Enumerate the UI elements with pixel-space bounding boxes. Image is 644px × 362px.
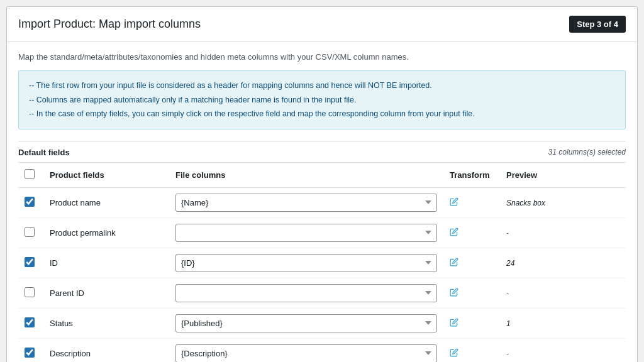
preview-value: Snacks box	[506, 199, 545, 207]
transform-icon[interactable]	[450, 348, 458, 359]
row-checkbox-cell	[18, 187, 43, 217]
file-column-cell: {Published}	[169, 308, 443, 338]
row-checkbox-cell	[18, 308, 43, 338]
transform-icon[interactable]	[450, 197, 458, 208]
preview-cell: 1	[500, 308, 626, 338]
row-checkbox[interactable]	[25, 348, 35, 358]
file-column-select[interactable]: {Description}	[175, 344, 437, 363]
step-badge: Step 3 of 4	[569, 16, 626, 33]
product-field-name: Product permalink	[43, 217, 169, 248]
table-header-row: Product fields File columns Transform Pr…	[18, 163, 626, 188]
section-title: Default fields	[18, 148, 70, 157]
info-line-3: -- In the case of empty fields, you can …	[29, 107, 615, 121]
file-column-cell	[169, 217, 443, 248]
info-box: -- The first row from your input file is…	[18, 70, 626, 129]
transform-cell	[443, 187, 500, 217]
page-title: Import Product: Map import columns	[18, 18, 201, 31]
preview-value: 1	[506, 319, 511, 328]
file-column-cell	[169, 278, 443, 308]
row-checkbox-cell	[18, 338, 43, 362]
page-content: Map the standard/meta/attributes/taxonom…	[7, 42, 637, 362]
preview-value: -	[506, 289, 509, 298]
file-column-select[interactable]: {ID}	[175, 254, 437, 272]
row-checkbox-cell	[18, 217, 43, 248]
col-header-file-columns: File columns	[169, 163, 443, 188]
col-header-product-fields: Product fields	[43, 163, 169, 188]
transform-cell	[443, 338, 500, 362]
table-row: Description{Description}-	[18, 338, 626, 362]
preview-cell: -	[500, 338, 626, 362]
file-column-select[interactable]	[175, 284, 437, 302]
page-header: Import Product: Map import columns Step …	[7, 7, 637, 42]
preview-cell: 24	[500, 248, 626, 278]
table-row: ID{ID}24	[18, 248, 626, 278]
file-column-select[interactable]: {Name}	[175, 194, 437, 212]
row-checkbox[interactable]	[25, 287, 35, 297]
table-row: Parent ID-	[18, 278, 626, 308]
file-column-cell: {Description}	[169, 338, 443, 362]
subtitle: Map the standard/meta/attributes/taxonom…	[18, 52, 626, 62]
info-line-1: -- The first row from your input file is…	[29, 79, 615, 93]
select-all-checkbox[interactable]	[25, 169, 35, 179]
row-checkbox[interactable]	[25, 317, 35, 327]
transform-cell	[443, 278, 500, 308]
section-header: Default fields 31 columns(s) selected	[18, 141, 626, 163]
info-line-2: -- Columns are mapped automatically only…	[29, 93, 615, 107]
row-checkbox[interactable]	[25, 197, 35, 207]
table-row: Product permalink-	[18, 217, 626, 248]
preview-value: -	[506, 349, 509, 358]
row-checkbox[interactable]	[25, 227, 35, 237]
row-checkbox-cell	[18, 248, 43, 278]
page-wrapper: Import Product: Map import columns Step …	[6, 6, 638, 362]
col-header-checkbox	[18, 163, 43, 188]
transform-cell	[443, 248, 500, 278]
row-checkbox-cell	[18, 278, 43, 308]
transform-cell	[443, 217, 500, 248]
table-row: Product name{Name}Snacks box	[18, 187, 626, 217]
col-header-preview: Preview	[500, 163, 626, 188]
transform-cell	[443, 308, 500, 338]
table-row: Status{Published}1	[18, 308, 626, 338]
preview-cell: -	[500, 217, 626, 248]
file-column-cell: {Name}	[169, 187, 443, 217]
file-column-select[interactable]	[175, 224, 437, 242]
file-column-select[interactable]: {Published}	[175, 314, 437, 332]
col-header-transform: Transform	[443, 163, 500, 188]
columns-selected: 31 columns(s) selected	[548, 148, 626, 156]
product-field-name: Parent ID	[43, 278, 169, 308]
preview-value: 24	[506, 259, 514, 268]
product-field-name: Status	[43, 308, 169, 338]
transform-icon[interactable]	[450, 258, 458, 268]
transform-icon[interactable]	[450, 228, 458, 238]
transform-icon[interactable]	[450, 318, 458, 329]
preview-cell: -	[500, 278, 626, 308]
row-checkbox[interactable]	[25, 257, 35, 267]
transform-icon[interactable]	[450, 288, 458, 299]
preview-value: -	[506, 229, 509, 238]
product-field-name: Description	[43, 338, 169, 362]
preview-cell: Snacks box	[500, 187, 626, 217]
mapping-table: Product fields File columns Transform Pr…	[18, 163, 626, 363]
product-field-name: Product name	[43, 187, 169, 217]
product-field-name: ID	[43, 248, 169, 278]
file-column-cell: {ID}	[169, 248, 443, 278]
